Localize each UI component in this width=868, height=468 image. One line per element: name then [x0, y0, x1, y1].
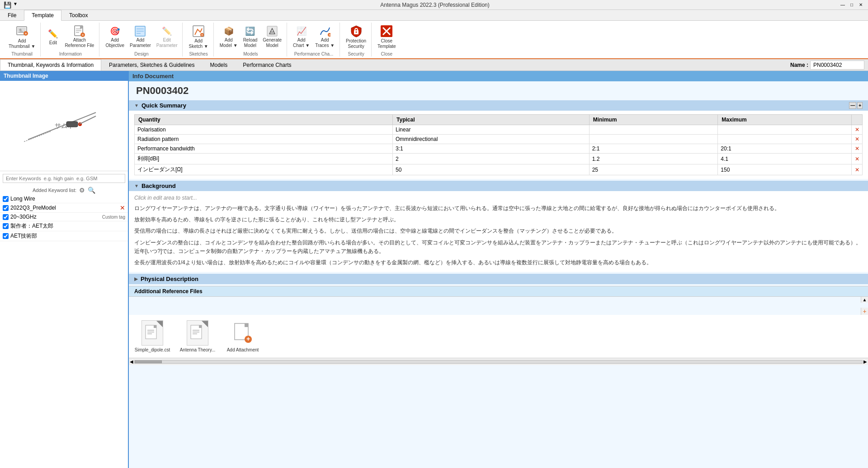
- bottom-scrollbar[interactable]: ◀ ▶: [129, 358, 868, 365]
- tab-performance-charts[interactable]: Performance Charts: [235, 59, 299, 70]
- undo-dropdown[interactable]: ▼: [13, 1, 18, 9]
- antenna-image: [14, 99, 114, 153]
- cell-quantity: Polarisation: [135, 125, 393, 135]
- background-content[interactable]: Click in edit area to start... ロングワイヤーアン…: [129, 191, 868, 272]
- keyword-checkbox-longwire[interactable]: [3, 196, 9, 202]
- keyword-input[interactable]: [3, 174, 125, 183]
- keyword-list-config-btn[interactable]: ⚙: [79, 187, 85, 194]
- tab-parameters-sketches[interactable]: Parameters, Sketches & Guidelines: [101, 59, 202, 70]
- add-chart-button[interactable]: 📈 AddChart ▼: [291, 23, 312, 50]
- add-objective-button[interactable]: 🎯 AddObjective: [103, 23, 127, 50]
- keyword-text-longwire: Long Wire: [10, 196, 125, 202]
- ribbon-group-sketches: + AddSketch ▼ Sketches: [184, 23, 213, 56]
- row-remove-btn[interactable]: ✕: [852, 164, 863, 175]
- minimize-btn[interactable]: —: [839, 1, 846, 9]
- close-template-button[interactable]: CloseTemplate: [375, 23, 398, 51]
- ribbon-group-sketches-label: Sketches: [189, 51, 208, 56]
- files-area: Simple_dipole.cst: [129, 315, 868, 358]
- col-minimum: Minimum: [589, 115, 718, 125]
- keyword-checkbox-premodel[interactable]: [3, 205, 9, 211]
- cell-minimum: 25: [589, 164, 718, 175]
- close-template-icon: [379, 24, 394, 38]
- add-attachment-button[interactable]: + Add Attachment: [225, 320, 261, 352]
- scrollbar-track[interactable]: [134, 360, 863, 364]
- keyword-item: 20~30GHz Custom tag: [0, 213, 128, 221]
- keyword-remove-premodel[interactable]: ✕: [120, 204, 125, 211]
- ribbon-group-info-label: Information: [59, 51, 82, 56]
- quick-summary-label: Quick Summary: [142, 102, 186, 109]
- edit-parameter-button[interactable]: ✏️ EditParameter: [154, 23, 180, 50]
- add-sketch-label: AddSketch ▼: [189, 38, 208, 49]
- tab-thumbnail-keywords[interactable]: Thumbnail, Keywords & Information: [0, 59, 101, 70]
- cell-maximum: [718, 125, 852, 135]
- tab-toolbox[interactable]: Toolbox: [61, 10, 95, 20]
- scrollbar-thumb[interactable]: [135, 360, 162, 363]
- ribbon-group-security-label: Security: [348, 51, 364, 56]
- keyword-checkbox-dept[interactable]: [3, 233, 9, 239]
- svg-line-34: [24, 131, 51, 142]
- add-attachment-icon: +: [232, 320, 254, 346]
- tab-template[interactable]: Template: [24, 10, 61, 21]
- background-para-5: 全長が運用波長の1/4より短い場合は、放射効率を高めるためにコイルや容量環（コン…: [134, 257, 863, 268]
- background-para-4: インピーダンスの整合には、コイルとコンデンサを組み合わせた整合回路が用いられる場…: [134, 237, 863, 257]
- right-panel: Info Document PN0003402 ▼ Quick Summary …: [129, 71, 868, 468]
- row-remove-btn[interactable]: ✕: [852, 125, 863, 135]
- file-item-simple-dipole[interactable]: Simple_dipole.cst: [134, 320, 170, 352]
- add-traces-button[interactable]: + AddTraces ▼: [313, 23, 337, 50]
- ribbon-group-close-label: Close: [381, 51, 393, 56]
- attach-reference-button[interactable]: + AttachReference File: [62, 23, 96, 50]
- row-remove-btn[interactable]: ✕: [852, 154, 863, 164]
- keyword-checkbox-freq[interactable]: [3, 214, 9, 220]
- edit-button[interactable]: ✏️ Edit: [44, 26, 61, 47]
- keyword-checkbox-author[interactable]: [3, 223, 9, 229]
- close-btn[interactable]: ✕: [857, 1, 864, 9]
- add-thumbnail-button[interactable]: + AddThumbnail ▼: [6, 23, 38, 51]
- quick-summary-collapse[interactable]: —: [849, 102, 856, 109]
- quick-summary-expand[interactable]: +: [857, 102, 863, 109]
- physical-description-header[interactable]: ▶ Physical Description: [129, 274, 868, 284]
- scroll-up-files[interactable]: ▲: [861, 297, 868, 303]
- titlebar: 💾 ▼ Antenna Magus 2022.3 (Professional E…: [0, 0, 868, 10]
- row-remove-btn[interactable]: ✕: [852, 144, 863, 154]
- reload-model-button[interactable]: 🔄 ReloadModel: [241, 23, 260, 50]
- maximize-btn[interactable]: □: [848, 1, 855, 9]
- protection-button[interactable]: ProtectionSecurity: [344, 23, 368, 51]
- scroll-right[interactable]: ▶: [863, 359, 867, 364]
- add-thumbnail-icon: +: [15, 24, 29, 38]
- generate-model-icon: [266, 25, 278, 37]
- add-traces-icon: +: [319, 25, 331, 37]
- additional-files-section: Additional Reference Files ▲ +: [129, 286, 868, 358]
- add-chart-icon: 📈: [295, 25, 308, 37]
- add-attachment-label: Add Attachment: [227, 347, 259, 352]
- table-row: Radiation pattern Ommnidirectional ✕: [135, 135, 863, 144]
- row-remove-btn[interactable]: ✕: [852, 135, 863, 144]
- tab-file[interactable]: File: [0, 10, 24, 20]
- content-tab-bar: Thumbnail, Keywords & Information Parame…: [0, 59, 868, 71]
- save-icon[interactable]: 💾: [4, 1, 11, 9]
- col-maximum: Maximum: [718, 115, 852, 125]
- add-model-button[interactable]: 📦 AddModel ▼: [217, 23, 240, 50]
- info-doc-content[interactable]: PN0003402 ▼ Quick Summary — + Quantit: [129, 81, 868, 468]
- col-actions: [852, 115, 863, 125]
- file-icon-simple-dipole: [142, 320, 163, 346]
- background-section: ▼ Background Click in edit area to start…: [129, 181, 868, 272]
- scroll-left[interactable]: ◀: [130, 359, 133, 364]
- add-parameter-button[interactable]: AddParameter: [127, 23, 153, 50]
- keyword-list-add-btn[interactable]: 🔍: [88, 187, 95, 194]
- tab-models[interactable]: Models: [203, 59, 236, 70]
- add-chart-label: AddChart ▼: [293, 37, 310, 48]
- generate-model-button[interactable]: GenerateModel: [260, 23, 284, 50]
- background-header[interactable]: ▼ Background: [129, 181, 868, 191]
- doc-title: PN0003402: [129, 81, 868, 100]
- svg-text:+: +: [82, 33, 84, 37]
- add-sketch-button[interactable]: + AddSketch ▼: [186, 23, 210, 51]
- quick-summary-header[interactable]: ▼ Quick Summary — +: [129, 100, 868, 111]
- main-content: Thumbnail Image サムネ Added Keyword list: …: [0, 71, 868, 468]
- file-item-antenna-theory[interactable]: Antenna Theory...: [179, 320, 216, 352]
- quick-summary-section: ▼ Quick Summary — + Quantity Typical Mi: [129, 100, 868, 179]
- files-add-icon[interactable]: +: [861, 308, 868, 315]
- add-objective-icon: 🎯: [108, 25, 121, 37]
- info-doc-header: Info Document: [129, 71, 868, 81]
- keyword-item: AET技術部: [0, 231, 128, 241]
- name-input[interactable]: [810, 61, 864, 70]
